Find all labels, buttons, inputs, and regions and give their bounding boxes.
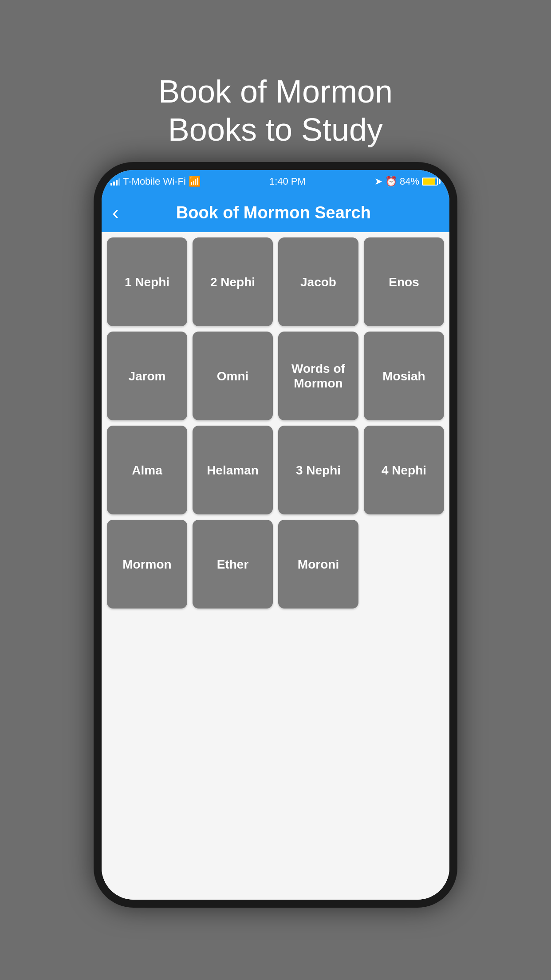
book-label-omni: Omni — [213, 365, 252, 387]
book-tile-helaman[interactable]: Helaman — [193, 426, 273, 514]
content-area: 1 Nephi2 NephiJacobEnosJaromOmniWords of… — [102, 232, 449, 900]
phone-frame: T-Mobile Wi-Fi 📶 1:40 PM ➤ ⏰ 84% — [94, 162, 457, 908]
book-tile-jacob[interactable]: Jacob — [278, 237, 358, 326]
carrier-label: T-Mobile Wi-Fi — [123, 176, 186, 187]
book-label-moroni: Moroni — [294, 553, 342, 576]
page-title: Book of Mormon Books to Study — [158, 72, 393, 149]
outer-wrapper: Book of Mormon Books to Study T-Mobile W… — [0, 0, 551, 980]
book-label-2nephi: 2 Nephi — [207, 271, 259, 293]
signal-bar-1 — [110, 183, 112, 186]
alarm-icon: ⏰ — [385, 176, 397, 187]
signal-icon — [110, 178, 120, 186]
book-tile-words-of-mormon[interactable]: Words of Mormon — [278, 332, 358, 420]
book-label-ether: Ether — [213, 553, 252, 576]
book-tile-1nephi[interactable]: 1 Nephi — [107, 237, 187, 326]
page-title-area: Book of Mormon Books to Study — [158, 72, 393, 149]
book-label-4nephi: 4 Nephi — [378, 459, 430, 482]
book-label-jacob: Jacob — [297, 271, 340, 293]
book-label-3nephi: 3 Nephi — [292, 459, 344, 482]
book-tile-4nephi[interactable]: 4 Nephi — [364, 426, 444, 514]
book-tile-enos[interactable]: Enos — [364, 237, 444, 326]
battery-tip — [439, 179, 441, 184]
book-label-words-of-mormon: Words of Mormon — [278, 358, 358, 395]
book-tile-jarom[interactable]: Jarom — [107, 332, 187, 420]
back-button[interactable]: ‹ — [112, 203, 119, 222]
status-bar: T-Mobile Wi-Fi 📶 1:40 PM ➤ ⏰ 84% — [102, 170, 449, 193]
location-icon: ➤ — [374, 176, 382, 187]
book-label-alma: Alma — [128, 459, 165, 482]
book-label-mormon: Mormon — [119, 553, 175, 576]
books-grid: 1 Nephi2 NephiJacobEnosJaromOmniWords of… — [107, 237, 444, 609]
book-label-mosiah: Mosiah — [379, 365, 429, 387]
battery-fill — [423, 178, 435, 185]
battery-icon — [422, 178, 441, 186]
book-label-enos: Enos — [385, 271, 422, 293]
nav-bar: ‹ Book of Mormon Search — [102, 193, 449, 232]
signal-bar-2 — [113, 182, 115, 186]
book-tile-3nephi[interactable]: 3 Nephi — [278, 426, 358, 514]
wifi-icon: 📶 — [189, 176, 201, 187]
book-tile-mormon[interactable]: Mormon — [107, 520, 187, 609]
battery-percent-label: 84% — [400, 176, 419, 187]
book-tile-alma[interactable]: Alma — [107, 426, 187, 514]
book-label-jarom: Jarom — [125, 365, 169, 387]
book-label-helaman: Helaman — [203, 459, 262, 482]
phone-screen: T-Mobile Wi-Fi 📶 1:40 PM ➤ ⏰ 84% — [102, 170, 449, 900]
status-time: 1:40 PM — [269, 176, 306, 187]
book-tile-omni[interactable]: Omni — [193, 332, 273, 420]
signal-bar-3 — [116, 180, 118, 186]
nav-title: Book of Mormon Search — [126, 203, 421, 222]
status-left: T-Mobile Wi-Fi 📶 — [110, 176, 201, 187]
book-tile-mosiah[interactable]: Mosiah — [364, 332, 444, 420]
book-tile-ether[interactable]: Ether — [193, 520, 273, 609]
book-tile-moroni[interactable]: Moroni — [278, 520, 358, 609]
book-tile-2nephi[interactable]: 2 Nephi — [193, 237, 273, 326]
battery-body — [422, 178, 438, 186]
spacer-area — [107, 609, 444, 697]
book-label-1nephi: 1 Nephi — [121, 271, 173, 293]
status-right: ➤ ⏰ 84% — [374, 176, 441, 187]
signal-bar-4 — [118, 178, 120, 186]
